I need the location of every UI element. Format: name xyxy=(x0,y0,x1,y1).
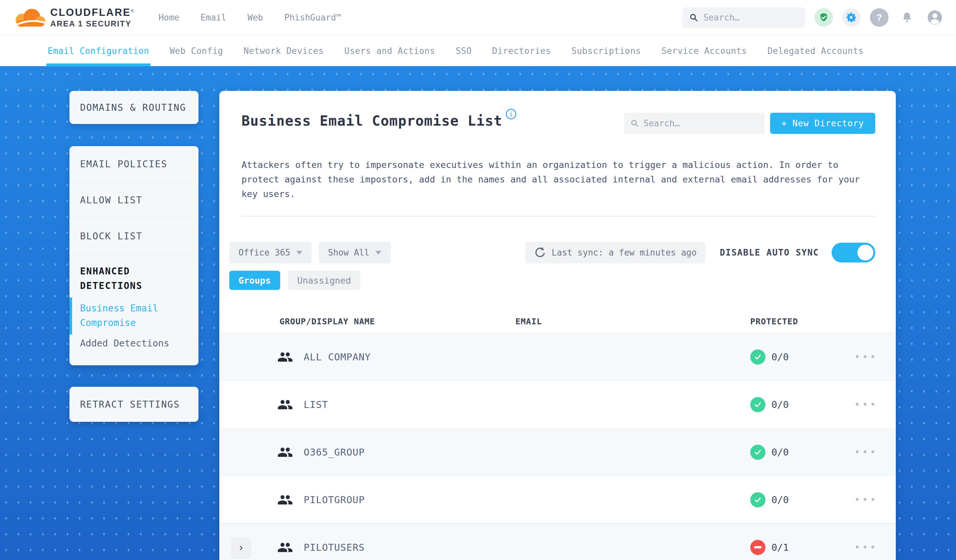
cloudflare-logo[interactable]: CLOUDFLARE® AREA 1 SECURITY xyxy=(13,6,135,28)
tab-directories[interactable]: Directories xyxy=(492,35,551,66)
protected-status-badge xyxy=(750,445,766,460)
row-menu-button[interactable]: ••• xyxy=(854,446,877,458)
notifications-button[interactable] xyxy=(898,8,916,27)
check-icon xyxy=(753,400,762,409)
sidebar-policies-card: EMAIL POLICIES ALLOW LIST BLOCK LIST ENH… xyxy=(69,146,198,365)
group-icon xyxy=(277,349,293,365)
column-email: EMAIL xyxy=(516,317,750,326)
global-search[interactable] xyxy=(682,7,805,28)
row-menu-button[interactable]: ••• xyxy=(854,399,877,410)
table-row: O365_GROUP 0/0 ••• xyxy=(219,428,896,476)
chevron-right-icon: › xyxy=(239,541,244,554)
sidebar-item-allow-list[interactable]: ALLOW LIST xyxy=(69,182,198,218)
gear-icon xyxy=(846,12,857,24)
question-mark-icon: ? xyxy=(876,12,882,23)
table-row: LIST 0/0 ••• xyxy=(219,381,896,428)
protected-status-badge xyxy=(750,492,766,507)
group-name: PILOTUSERS xyxy=(303,542,516,553)
directory-select[interactable]: Office 365 xyxy=(229,242,311,264)
tab-email-configuration[interactable]: Email Configuration xyxy=(48,35,149,66)
chevron-down-icon xyxy=(376,251,381,254)
table-header: GROUP/DISPLAY NAME EMAIL PROTECTED xyxy=(219,310,896,333)
tab-web-config[interactable]: Web Config xyxy=(170,35,223,66)
sidebar: DOMAINS & ROUTING EMAIL POLICIES ALLOW L… xyxy=(69,91,198,422)
topnav-web[interactable]: Web xyxy=(247,13,263,22)
protected-count: 0/0 xyxy=(771,447,789,458)
main-panel: Business Email Compromise Listi + New Di… xyxy=(219,91,896,560)
auto-sync-toggle[interactable] xyxy=(832,243,875,262)
settings-button[interactable] xyxy=(842,8,861,27)
page-background: DOMAINS & ROUTING EMAIL POLICIES ALLOW L… xyxy=(0,66,956,560)
sidebar-item-retract-settings[interactable]: RETRACT SETTINGS xyxy=(69,387,198,422)
sidebar-item-domains-routing[interactable]: DOMAINS & ROUTING xyxy=(69,91,198,124)
user-avatar-icon xyxy=(926,9,943,26)
directory-search[interactable] xyxy=(624,113,765,134)
row-menu-button[interactable]: ••• xyxy=(854,541,877,553)
group-name: PILOTGROUP xyxy=(303,494,516,505)
divider xyxy=(242,216,875,216)
tab-subscriptions[interactable]: Subscriptions xyxy=(572,35,641,66)
top-header: CLOUDFLARE® AREA 1 SECURITY Home Email W… xyxy=(0,0,956,35)
topnav-home[interactable]: Home xyxy=(159,13,179,22)
tab-sso[interactable]: SSO xyxy=(456,35,472,66)
table-row: PILOTGROUP 0/0 ••• xyxy=(219,476,896,523)
refresh-icon xyxy=(534,246,546,259)
directory-search-input[interactable] xyxy=(643,118,758,128)
row-menu-button[interactable]: ••• xyxy=(854,494,877,505)
account-button[interactable] xyxy=(926,8,944,27)
group-icon xyxy=(277,540,293,555)
last-sync-button[interactable]: Last sync: a few minutes ago xyxy=(525,242,705,264)
tab-delegated-accounts[interactable]: Delegated Accounts xyxy=(767,35,864,66)
row-expand-button[interactable]: › xyxy=(231,537,251,558)
protected-status-badge xyxy=(750,397,766,412)
search-icon xyxy=(689,13,698,22)
tab-unassigned[interactable]: Unassigned xyxy=(288,271,360,290)
protected-status-badge xyxy=(750,350,766,365)
help-button[interactable]: ? xyxy=(870,8,888,27)
info-icon[interactable]: i xyxy=(506,109,516,119)
shield-check-icon xyxy=(818,12,829,23)
show-filter-select[interactable]: Show All xyxy=(319,242,391,264)
registered-mark: ® xyxy=(131,9,135,13)
minus-icon xyxy=(754,546,761,548)
brand-subname: AREA 1 SECURITY xyxy=(50,19,135,28)
page-title: Business Email Compromise List xyxy=(242,113,503,129)
group-icon xyxy=(277,492,293,508)
group-name: O365_GROUP xyxy=(303,447,516,458)
security-status-button[interactable] xyxy=(814,8,833,27)
section-nav: Email Configuration Web Config Network D… xyxy=(0,35,956,66)
sidebar-item-email-policies[interactable]: EMAIL POLICIES xyxy=(69,146,198,182)
page-description: Attackers often try to impersonate execu… xyxy=(242,158,867,201)
protected-count: 0/0 xyxy=(771,494,789,505)
tab-groups[interactable]: Groups xyxy=(229,271,280,290)
groups-table: GROUP/DISPLAY NAME EMAIL PROTECTED ALL C… xyxy=(219,310,896,560)
table-row: ALL COMPANY 0/0 ••• xyxy=(219,333,896,381)
sidebar-item-business-email-compromise[interactable]: Business Email Compromise xyxy=(80,301,159,330)
protected-count: 0/1 xyxy=(771,542,789,553)
sidebar-item-enhanced-detections[interactable]: ENHANCED DETECTIONS xyxy=(80,264,156,293)
sidebar-item-added-detections[interactable]: Added Detections xyxy=(80,336,188,351)
tab-users-and-actions[interactable]: Users and Actions xyxy=(344,35,436,66)
group-icon xyxy=(277,397,293,413)
tab-service-accounts[interactable]: Service Accounts xyxy=(662,35,747,66)
topnav-phishguard[interactable]: PhishGuard™ xyxy=(284,13,341,22)
topnav-email[interactable]: Email xyxy=(200,13,226,22)
brand-name: CLOUDFLARE® xyxy=(50,6,135,19)
active-item-indicator xyxy=(69,298,72,334)
table-row: › PILOTUSERS 0/1 ••• xyxy=(219,523,896,560)
group-icon xyxy=(277,444,293,460)
group-name: ALL COMPANY xyxy=(303,351,516,362)
check-icon xyxy=(753,353,762,361)
sidebar-section-enhanced-detections: ENHANCED DETECTIONS Business Email Compr… xyxy=(69,254,198,365)
column-protected: PROTECTED xyxy=(750,317,836,326)
check-icon xyxy=(753,448,762,456)
cloudflare-cloud-icon xyxy=(13,7,46,28)
group-name: LIST xyxy=(303,399,516,410)
new-directory-button[interactable]: + New Directory xyxy=(770,113,875,134)
sidebar-item-block-list[interactable]: BLOCK LIST xyxy=(69,218,198,254)
global-search-input[interactable] xyxy=(703,13,798,22)
tab-network-devices[interactable]: Network Devices xyxy=(244,35,324,66)
row-menu-button[interactable]: ••• xyxy=(854,351,877,362)
bell-icon xyxy=(901,11,914,24)
protected-count: 0/0 xyxy=(771,351,789,362)
